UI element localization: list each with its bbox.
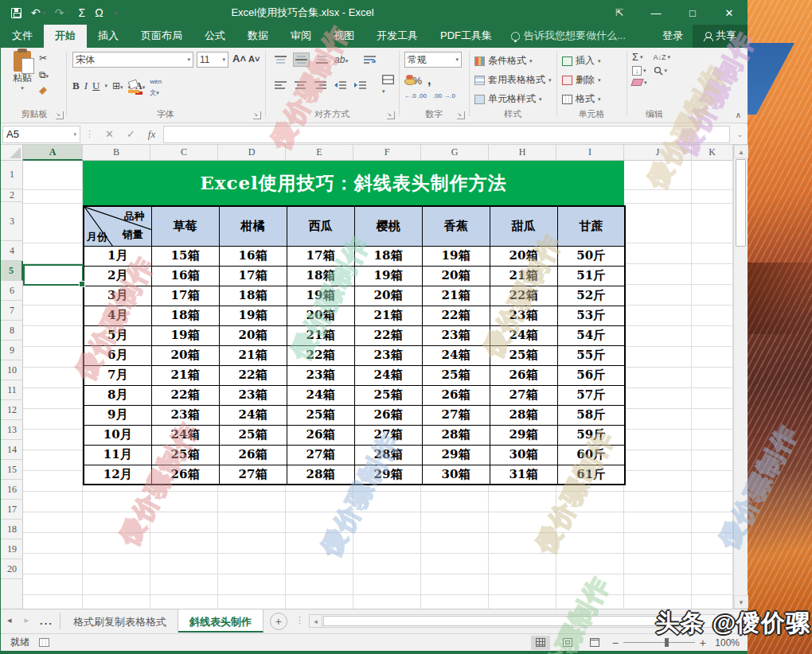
tell-me-box[interactable]: 告诉我您想要做什么... [503,25,634,48]
value-cell[interactable]: 19箱 [219,306,287,325]
row-header-14[interactable]: 14 [1,440,23,460]
month-cell[interactable]: 1月 [84,246,151,266]
value-cell[interactable]: 52斤 [557,286,625,306]
value-cell[interactable]: 28箱 [287,465,354,485]
zoom-slider[interactable] [623,642,695,643]
column-header-E[interactable]: E [286,145,353,161]
scroll-up-arrow[interactable]: ▲ [734,145,748,158]
zoom-out-button[interactable]: − [612,636,619,649]
value-cell[interactable]: 19箱 [287,286,354,306]
font-name-combo[interactable]: 宋体▾ [72,52,193,68]
macro-record-icon[interactable] [39,638,49,647]
tab-developer[interactable]: 开发工具 [365,25,429,48]
tab-review[interactable]: 审阅 [279,25,322,48]
bold-button[interactable]: B [72,80,80,92]
column-header-B[interactable]: B [83,145,150,161]
column-header-H[interactable]: H [489,145,556,161]
month-cell[interactable]: 3月 [84,286,151,306]
row-header-16[interactable]: 16 [1,480,23,500]
month-cell[interactable]: 8月 [84,385,151,405]
column-header-F[interactable]: F [353,145,421,161]
value-cell[interactable]: 16箱 [151,266,219,286]
value-cell[interactable]: 24箱 [422,345,490,365]
value-cell[interactable]: 18箱 [287,266,354,286]
column-header-G[interactable]: G [421,145,489,161]
orientation-button[interactable]: ab▾ [334,54,348,65]
cut-button[interactable]: ✂ [39,53,49,64]
diagonal-header-cell[interactable]: 品种销量月份 [84,206,151,246]
row-header-8[interactable]: 8 [1,321,23,341]
value-cell[interactable]: 18箱 [219,286,287,306]
value-cell[interactable]: 20箱 [354,286,422,306]
italic-button[interactable]: I [84,80,88,92]
value-cell[interactable]: 25箱 [287,405,354,425]
align-middle-button[interactable] [293,53,310,67]
horizontal-scroll-thumb[interactable] [323,616,687,626]
value-cell[interactable]: 55斤 [557,345,625,365]
value-cell[interactable]: 17箱 [151,286,219,306]
row-header-4[interactable]: 4 [1,241,23,261]
row-header-17[interactable]: 17 [1,500,23,520]
autosum-ribbon-button[interactable]: Σ▾ [632,51,647,63]
value-cell[interactable]: 16箱 [219,246,287,266]
value-cell[interactable]: 19箱 [422,246,490,266]
value-cell[interactable]: 22箱 [354,325,422,345]
value-cell[interactable]: 20箱 [151,345,219,365]
vertical-scrollbar[interactable]: ▲ ▼ [733,145,748,609]
row-header-15[interactable]: 15 [1,460,23,480]
value-cell[interactable]: 26箱 [287,425,354,445]
value-cell[interactable]: 21箱 [490,266,557,286]
sheet-tab-inactive[interactable]: 格式刷复制表格格式 [62,609,178,633]
merge-center-button[interactable]: ▾ [382,75,394,95]
accounting-format-button[interactable]: ▾ [404,75,408,86]
value-cell[interactable]: 22箱 [287,345,354,365]
close-button[interactable]: ✕ [711,0,748,25]
month-cell[interactable]: 9月 [84,405,151,425]
format-cells-button[interactable]: 格式▾ [562,92,601,106]
month-cell[interactable]: 12月 [84,465,151,485]
align-bottom-button[interactable] [314,53,330,66]
paste-button[interactable]: 粘贴 ▾ [7,51,37,107]
vertical-scroll-thumb[interactable] [736,159,746,247]
value-cell[interactable]: 20箱 [490,246,557,266]
collapse-ribbon-button[interactable]: ∧ [736,111,741,119]
value-cell[interactable]: 23箱 [151,405,219,425]
value-cell[interactable]: 27箱 [287,445,354,465]
row-header-12[interactable]: 12 [1,400,23,420]
tab-data[interactable]: 数据 [236,25,279,48]
clipboard-dialog-launcher[interactable]: ↘ [56,111,64,119]
page-break-view-button[interactable] [585,636,604,650]
page-layout-view-button[interactable] [558,636,577,650]
value-cell[interactable]: 30箱 [490,445,557,465]
row-header-9[interactable]: 9 [1,341,23,360]
insert-function-button[interactable]: fx [142,128,162,141]
month-cell[interactable]: 11月 [84,445,151,465]
expand-formula-bar-button[interactable]: ⌄ [732,130,748,138]
value-cell[interactable]: 27箱 [354,425,422,445]
value-cell[interactable]: 25箱 [490,345,557,365]
value-cell[interactable]: 21箱 [151,365,219,385]
tab-pdf-tools[interactable]: PDF工具集 [429,25,503,48]
value-cell[interactable]: 22箱 [219,365,287,385]
conditional-formatting-button[interactable]: 条件格式▾ [474,54,533,68]
value-cell[interactable]: 18箱 [151,306,219,325]
value-cell[interactable]: 24箱 [151,425,219,445]
value-cell[interactable]: 17箱 [219,266,287,286]
value-cell[interactable]: 53斤 [557,306,625,325]
align-top-button[interactable] [273,53,288,66]
value-cell[interactable]: 25箱 [354,385,422,405]
value-cell[interactable]: 23箱 [490,306,557,325]
month-cell[interactable]: 5月 [84,325,151,345]
value-cell[interactable]: 20箱 [219,325,287,345]
value-cell[interactable]: 21箱 [422,286,490,306]
share-button[interactable]: 共享 [693,25,748,48]
value-cell[interactable]: 23箱 [219,385,287,405]
value-cell[interactable]: 26箱 [354,405,422,425]
minimize-button[interactable]: — [638,0,674,25]
cancel-entry-button[interactable]: ✕ [99,128,120,140]
table-header-cell[interactable]: 甜瓜 [490,206,557,246]
value-cell[interactable]: 19箱 [354,266,422,286]
insert-cells-button[interactable]: 插入▾ [562,54,601,68]
value-cell[interactable]: 20箱 [422,266,490,286]
confirm-entry-button[interactable]: ✓ [120,128,142,140]
